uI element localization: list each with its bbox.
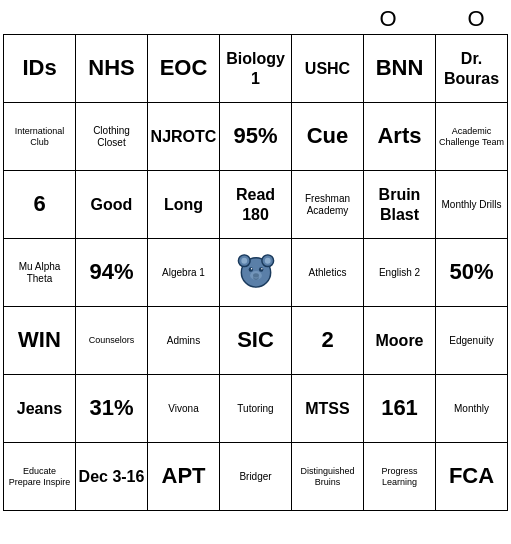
cell-r1-c2: NJROTC <box>148 103 220 171</box>
cell-r1-c6: Academic Challenge Team <box>436 103 508 171</box>
cell-r5-c4: MTSS <box>292 375 364 443</box>
cell-r2-c3: Read 180 <box>220 171 292 239</box>
cell-r2-c6: Monthly Drills <box>436 171 508 239</box>
cell-r4-c5: Moore <box>364 307 436 375</box>
cell-r0-c5: BNN <box>364 35 436 103</box>
cell-r5-c2: Vivona <box>148 375 220 443</box>
cell-r0-c4: USHC <box>292 35 364 103</box>
cell-r0-c2: EOC <box>148 35 220 103</box>
cell-r1-c5: Arts <box>364 103 436 171</box>
cell-r2-c4: Freshman Academy <box>292 171 364 239</box>
cell-r3-c0: Mu Alpha Theta <box>4 239 76 307</box>
svg-point-6 <box>258 267 262 271</box>
cell-r4-c6: Edgenuity <box>436 307 508 375</box>
cell-r0-c0: IDs <box>4 35 76 103</box>
cell-r2-c5: Bruin Blast <box>364 171 436 239</box>
cell-r6-c6: FCA <box>436 443 508 511</box>
cell-r6-c1: Dec 3-16 <box>76 443 148 511</box>
cell-r5-c5: 161 <box>364 375 436 443</box>
cell-r5-c6: Monthly <box>436 375 508 443</box>
cell-r1-c3: 95% <box>220 103 292 171</box>
cell-r0-c6: Dr. Bouras <box>436 35 508 103</box>
cell-r3-c6: 50% <box>436 239 508 307</box>
cell-r4-c4: 2 <box>292 307 364 375</box>
cell-r2-c2: Long <box>148 171 220 239</box>
svg-point-7 <box>250 268 251 269</box>
cell-r3-c3 <box>220 239 292 307</box>
cell-r0-c3: Biology 1 <box>220 35 292 103</box>
svg-point-10 <box>250 271 262 280</box>
circle-o-right: O <box>461 6 491 32</box>
cell-r3-c5: English 2 <box>364 239 436 307</box>
svg-point-3 <box>241 258 247 264</box>
cell-r3-c4: Athletics <box>292 239 364 307</box>
cell-r1-c4: Cue <box>292 103 364 171</box>
cell-r0-c1: NHS <box>76 35 148 103</box>
cell-r4-c0: WIN <box>4 307 76 375</box>
svg-point-5 <box>248 267 252 271</box>
cell-r6-c2: APT <box>148 443 220 511</box>
cell-r3-c2: Algebra 1 <box>148 239 220 307</box>
svg-point-4 <box>264 258 270 264</box>
cell-r4-c1: Counselors <box>76 307 148 375</box>
cell-r5-c0: Jeans <box>4 375 76 443</box>
top-circles-row: O O <box>0 0 511 34</box>
bear-icon <box>234 249 278 293</box>
cell-r6-c5: Progress Learning <box>364 443 436 511</box>
cell-r4-c3: SIC <box>220 307 292 375</box>
cell-r6-c3: Bridger <box>220 443 292 511</box>
svg-point-8 <box>261 268 262 269</box>
cell-r2-c1: Good <box>76 171 148 239</box>
cell-r4-c2: Admins <box>148 307 220 375</box>
cell-r5-c3: Tutoring <box>220 375 292 443</box>
cell-r5-c1: 31% <box>76 375 148 443</box>
cell-r2-c0: 6 <box>4 171 76 239</box>
cell-r1-c0: International Club <box>4 103 76 171</box>
cell-r1-c1: Clothing Closet <box>76 103 148 171</box>
bingo-grid: IDsNHSEOCBiology 1USHCBNNDr. BourasInter… <box>3 34 508 511</box>
circle-o-left: O <box>373 6 403 32</box>
cell-r6-c0: Educate Prepare Inspire <box>4 443 76 511</box>
cell-r3-c1: 94% <box>76 239 148 307</box>
cell-r6-c4: Distinguished Bruins <box>292 443 364 511</box>
